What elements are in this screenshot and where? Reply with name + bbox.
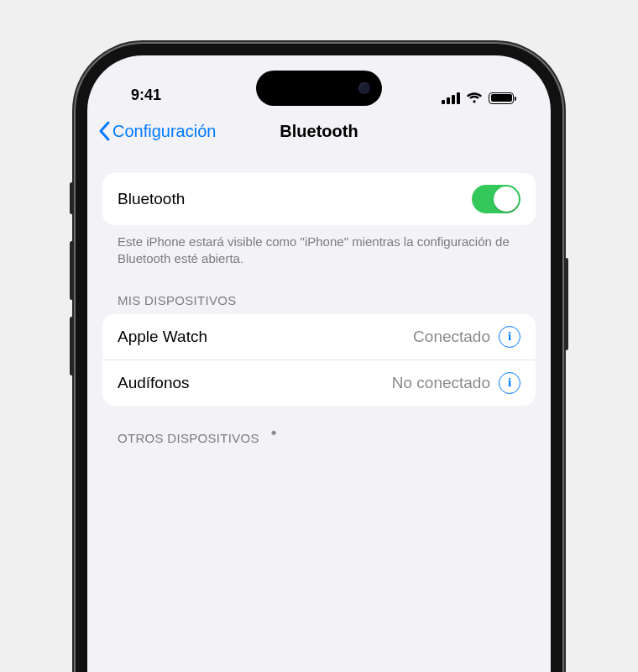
hw-volume-down: [70, 317, 74, 375]
bluetooth-toggle-row: Bluetooth: [102, 173, 536, 225]
device-status: Conectado: [413, 328, 490, 346]
bluetooth-toggle-card: Bluetooth: [102, 173, 536, 225]
my-devices-header: MIS DISPOSITIVOS: [102, 268, 536, 314]
back-label: Configuración: [112, 122, 216, 141]
info-icon[interactable]: i: [499, 372, 520, 394]
hw-switch: [70, 182, 74, 214]
screen: 9:41 Configuración Bluetooth: [87, 55, 551, 672]
spinner-icon: [266, 431, 281, 446]
chevron-left-icon: [97, 121, 111, 141]
status-icons: [442, 92, 515, 104]
my-devices-list: Apple Watch Conectado i Audífonos No con…: [102, 314, 536, 406]
hw-volume-up: [70, 241, 74, 300]
device-name: Audífonos: [118, 374, 190, 392]
device-status: No conectado: [392, 374, 490, 392]
my-devices-header-label: MIS DISPOSITIVOS: [118, 293, 237, 307]
device-name: Apple Watch: [118, 328, 207, 346]
dynamic-island: [256, 71, 382, 106]
camera-icon: [358, 82, 370, 94]
device-row[interactable]: Audífonos No conectado i: [102, 360, 536, 406]
device-row[interactable]: Apple Watch Conectado i: [102, 314, 536, 360]
toggle-knob-icon: [494, 186, 519, 212]
visibility-text: Este iPhone estará visible como "iPhone"…: [102, 225, 536, 268]
other-devices-header-label: OTROS DISPOSITIVOS: [118, 431, 259, 445]
wifi-icon: [466, 92, 483, 104]
info-icon[interactable]: i: [499, 326, 520, 348]
battery-icon: [489, 92, 514, 104]
cellular-icon: [442, 92, 460, 104]
hw-power: [564, 258, 568, 350]
other-devices-header: OTROS DISPOSITIVOS: [102, 406, 536, 453]
back-button[interactable]: Configuración: [97, 121, 216, 141]
bluetooth-toggle[interactable]: [472, 185, 520, 213]
status-time: 9:41: [123, 87, 161, 104]
nav-bar: Configuración Bluetooth: [87, 108, 551, 155]
phone-frame: 9:41 Configuración Bluetooth: [76, 44, 562, 672]
bluetooth-toggle-label: Bluetooth: [118, 190, 185, 208]
